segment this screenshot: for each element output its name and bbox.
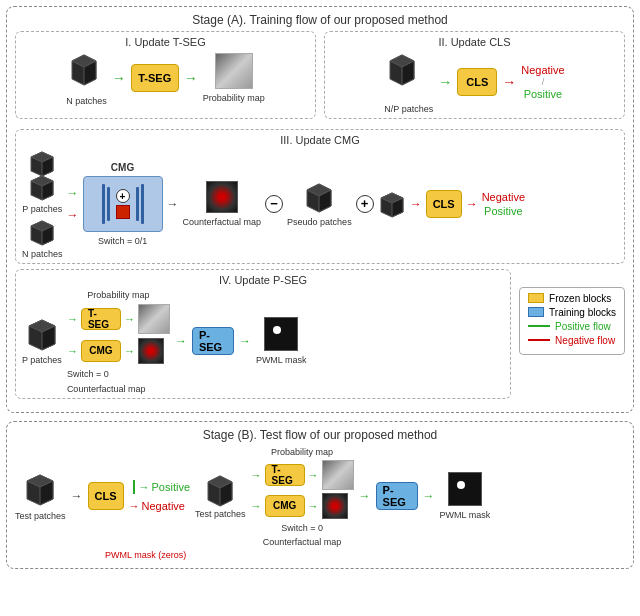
legend-negative-label: Negative flow [555,335,615,346]
cmg-iv: CMG [81,340,121,362]
stage-b-content: Test patches → CLS → Positive → Negative [15,446,625,547]
cube-icon-npatches [66,51,107,92]
iv-prob-label: Probability map [87,290,149,300]
arr-b-cfmap: → [308,500,319,512]
iv-middle: Probability map → T-SEG → → [67,289,170,394]
arrow-p-cmg: → [67,186,79,200]
legend-negative-line [528,339,550,341]
cmg-group: CMG + [83,161,163,246]
small-cube [378,190,406,218]
arr-pos: → [139,481,150,493]
arrow-i-2: → [184,70,198,86]
legend-positive-line [528,325,550,327]
pseg-b: P-SEG [376,482,418,510]
b-prob-map [322,460,354,490]
legend: Frozen blocks Training blocks Positive f… [519,287,625,355]
legend-positive-flow: Positive flow [528,321,616,332]
cls-iii-group: CLS [426,190,462,218]
section-i-label: I. Update T-SEG [22,36,309,48]
arr-b-cmg: → [251,500,262,512]
legend-frozen-label: Frozen blocks [549,293,611,304]
section-iii: III. Update CMG P patches [15,129,625,264]
legend-training-label: Training blocks [549,307,616,318]
iv-tseg-row: → T-SEG → [67,304,170,334]
b-pwml-label: PWML mask [440,510,491,520]
b-test-patches2-label: Test patches [195,509,246,519]
cmg-label-top: CMG [111,162,134,173]
b-tseg-row: → T-SEG → [251,460,354,490]
iii-n-label: N patches [22,249,63,259]
stage-b-title: Stage (B). Test flow of our proposed met… [15,428,625,442]
stage-b: Stage (B). Test flow of our proposed met… [6,421,634,569]
arr-b-pseg: → [359,489,371,503]
b-test-patches-label: Test patches [15,511,66,521]
b-tseg-cmg-stack: Probability map → T-SEG → → CMG → [251,446,354,547]
b-cf-label: Counterfactual map [251,537,354,547]
small-cube-group [378,190,406,218]
b-pwml [448,472,482,506]
arrow-n-cmg: → [67,208,79,222]
positive-iii: Positive [484,205,523,217]
arr-tseg: → [67,313,78,325]
arrow-to-cls-iii: → [410,197,422,211]
b-test-cube2 [203,473,237,507]
section-iii-content: P patches N patches → → CMG [22,149,618,259]
pos-vline [133,480,135,494]
plus-circle-pseudo: + [356,195,374,213]
cube-p2 [27,173,57,201]
iv-p-cube [25,317,59,351]
b-switch-label: Switch = 0 [251,523,354,533]
arrow-cmg-cf: → [167,197,179,211]
cf-map-group: Counterfactual map [183,181,262,227]
b-test-patches-group: Test patches [15,471,66,521]
iii-p-label: P patches [22,204,62,214]
cmg-b: CMG [265,495,305,517]
arrows-into-cmg: → → [67,186,79,222]
iv-switch-label: Switch = 0 [67,369,109,379]
cmg-area: + [83,176,163,232]
b-pwml-group: PWML mask [440,472,491,520]
cls-b: CLS [88,482,124,510]
prob-map-i [215,53,253,89]
arr-probmap: → [124,313,135,325]
tseg-box-i: T-SEG [131,64,179,92]
cls-box-iii: CLS [426,190,462,218]
arr-b-probmap: → [308,469,319,481]
section-ii: II. Update CLS N/P patches → [324,31,625,119]
arrow-cls-neg: → [466,197,478,211]
arrow-i-1: → [112,70,126,86]
iv-cmg-row: → CMG → [67,338,164,364]
iv-cf-map [138,338,164,364]
arrow-ii-1: → [438,74,452,90]
legend-training: Training blocks [528,307,616,318]
pseg-iv: P-SEG [192,327,234,355]
iv-ppatches-group: P patches [22,317,62,365]
legend-negative-flow: Negative flow [528,335,616,346]
legend-frozen-swatch [528,293,544,303]
iv-p-label: P patches [22,355,62,365]
b-prob-label: Probability map [271,447,333,457]
tseg-b: T-SEG [265,464,305,486]
arr-cmg-iv: → [67,345,78,357]
section-iv-label: IV. Update P-SEG [22,274,504,286]
arr-b-tseg: → [251,469,262,481]
cube-icon-nppatches [384,51,433,100]
prob-map-i-label: Probability map [203,93,265,103]
section-i-npatches-label: N patches [66,96,107,106]
red-box-cmg [116,205,130,219]
arr-pseg: → [175,334,187,348]
b-positive-branch: → Positive [129,480,191,494]
pwml-iv-label: PWML mask [256,355,307,365]
section-ii-nppatches-group: N/P patches [384,51,433,114]
b-branches: → Positive → Negative [129,480,191,512]
b-test-cube [22,471,58,507]
iv-prob-map [138,304,170,334]
stage-a-title: Stage (A). Training flow of our proposed… [15,13,625,27]
arr-neg: → [129,500,140,512]
cf-map-label: Counterfactual map [183,217,262,227]
main-container: Stage (A). Training flow of our proposed… [0,0,640,616]
b-cmg-row: → CMG → [251,493,354,519]
pwml-iv [264,317,298,351]
iii-patches-group: P patches N patches [22,149,63,259]
switch-iii-label: Switch = 0/1 [98,236,147,246]
